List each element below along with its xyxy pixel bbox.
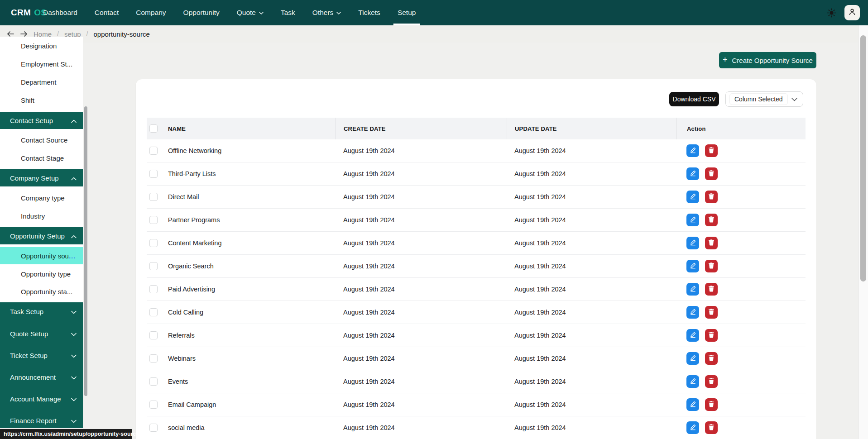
chevron-down-icon (336, 12, 341, 14)
pencil-icon (690, 147, 696, 155)
trash-icon (708, 308, 715, 316)
sidebar-section-quote-setup[interactable]: Quote Setup (0, 325, 83, 342)
chevron-down-icon (259, 12, 264, 14)
sidebar-section-company-setup[interactable]: Company Setup (0, 169, 83, 186)
sidebar-scrollbar-thumb[interactable] (84, 106, 87, 396)
nav-item-quote[interactable]: Quote (237, 0, 264, 25)
sidebar-section-contact-setup[interactable]: Contact Setup (0, 112, 83, 129)
pencil-icon (690, 262, 696, 270)
edit-button[interactable] (686, 421, 699, 434)
sidebar-section-announcement[interactable]: Announcement (0, 368, 83, 386)
sidebar-item-company-type[interactable]: Company type (0, 189, 83, 207)
nav-item-opportunity[interactable]: Opportunity (183, 0, 220, 25)
row-checkbox[interactable] (149, 401, 158, 409)
brand-logo[interactable]: CRM OS (11, 0, 47, 25)
sidebar-item-department[interactable]: Department (0, 73, 83, 91)
edit-button[interactable] (686, 375, 699, 388)
update-date-value: August 19th 2024 (507, 424, 676, 431)
sidebar-section-task-setup[interactable]: Task Setup (0, 303, 83, 320)
nav-item-others[interactable]: Others (312, 0, 341, 25)
download-csv-button[interactable]: Download CSV (669, 92, 719, 106)
delete-button[interactable] (705, 167, 718, 180)
edit-button[interactable] (686, 352, 699, 365)
trash-icon (708, 170, 715, 178)
sidebar-item-opportunity-source-selected[interactable]: Opportunity sou... (0, 247, 83, 264)
select-all-checkbox[interactable] (149, 124, 158, 133)
chevron-down-icon (791, 95, 797, 103)
row-checkbox[interactable] (149, 170, 158, 178)
row-checkbox[interactable] (149, 262, 158, 270)
pencil-icon (690, 424, 696, 432)
edit-button[interactable] (686, 214, 699, 226)
row-checkbox[interactable] (149, 216, 158, 224)
create-date-value: August 19th 2024 (335, 170, 507, 177)
edit-button[interactable] (686, 144, 699, 157)
sidebar-section-account-manage[interactable]: Account Manage (0, 390, 83, 407)
row-checkbox[interactable] (149, 331, 158, 339)
create-date-value: August 19th 2024 (335, 147, 507, 154)
row-checkbox[interactable] (149, 193, 158, 201)
chevron-down-icon (71, 417, 77, 425)
sidebar-item-designation[interactable]: Designation (0, 37, 83, 55)
edit-button[interactable] (686, 191, 699, 203)
column-selected-dropdown[interactable]: Column Selected (725, 91, 803, 107)
sidebar-item-contact-stage[interactable]: Contact Stage (0, 149, 83, 167)
table-row: social media August 19th 2024 August 19t… (147, 416, 806, 439)
row-checkbox[interactable] (149, 354, 158, 363)
delete-button[interactable] (705, 237, 718, 249)
delete-button[interactable] (705, 306, 718, 319)
forward-arrow-icon[interactable] (20, 31, 28, 37)
row-checkbox[interactable] (149, 424, 158, 432)
table-row: Direct Mail August 19th 2024 August 19th… (147, 186, 806, 209)
sidebar-item-industry[interactable]: Industry (0, 207, 83, 225)
nav-item-dashboard[interactable]: Dashboard (43, 0, 77, 25)
sidebar-item-shift[interactable]: Shift (0, 91, 83, 109)
delete-button[interactable] (705, 398, 718, 411)
chevron-down-icon (71, 308, 77, 315)
nav-item-contact[interactable]: Contact (95, 0, 119, 25)
source-name: Cold Calling (168, 309, 203, 316)
row-checkbox[interactable] (149, 285, 158, 293)
user-avatar-button[interactable] (844, 5, 860, 20)
sidebar-item-opportunity-stage[interactable]: Opportunity sta... (0, 282, 83, 301)
row-checkbox[interactable] (149, 377, 158, 386)
create-opportunity-source-button[interactable]: + Create Opportunity Source (719, 52, 816, 68)
theme-toggle-sun-icon[interactable] (825, 7, 837, 19)
edit-button[interactable] (686, 329, 699, 342)
delete-button[interactable] (705, 352, 718, 365)
row-checkbox[interactable] (149, 308, 158, 316)
delete-button[interactable] (705, 421, 718, 434)
update-date-value: August 19th 2024 (507, 239, 676, 247)
create-date-value: August 19th 2024 (335, 262, 507, 270)
page-scrollbar-thumb[interactable] (860, 35, 866, 282)
delete-button[interactable] (705, 144, 718, 157)
delete-button[interactable] (705, 283, 718, 296)
edit-button[interactable] (686, 398, 699, 411)
sidebar-section-finance-report[interactable]: Finance Report (0, 412, 83, 429)
edit-button[interactable] (686, 167, 699, 180)
delete-button[interactable] (705, 260, 718, 272)
sidebar-item-opportunity-type[interactable]: Opportunity type (0, 265, 83, 283)
column-header-create-date: CREATE DATE (344, 125, 386, 132)
nav-item-company[interactable]: Company (136, 0, 166, 25)
edit-button[interactable] (686, 306, 699, 319)
row-checkbox[interactable] (149, 147, 158, 155)
nav-item-tickets[interactable]: Tickets (358, 0, 380, 25)
nav-item-task[interactable]: Task (281, 0, 295, 25)
pencil-icon (690, 308, 696, 316)
edit-button[interactable] (686, 237, 699, 249)
delete-button[interactable] (705, 329, 718, 342)
back-arrow-icon[interactable] (6, 31, 14, 37)
delete-button[interactable] (705, 375, 718, 388)
delete-button[interactable] (705, 214, 718, 226)
edit-button[interactable] (686, 260, 699, 272)
edit-button[interactable] (686, 283, 699, 296)
sidebar-section-opportunity-setup[interactable]: Opportunity Setup (0, 227, 83, 244)
nav-item-setup[interactable]: Setup (398, 0, 416, 25)
sidebar-item-contact-source[interactable]: Contact Source (0, 131, 83, 149)
sidebar-item-employment-status[interactable]: Employment St... (0, 55, 83, 73)
trash-icon (708, 331, 715, 339)
row-checkbox[interactable] (149, 239, 158, 247)
delete-button[interactable] (705, 191, 718, 203)
sidebar-section-ticket-setup[interactable]: Ticket Setup (0, 347, 83, 364)
